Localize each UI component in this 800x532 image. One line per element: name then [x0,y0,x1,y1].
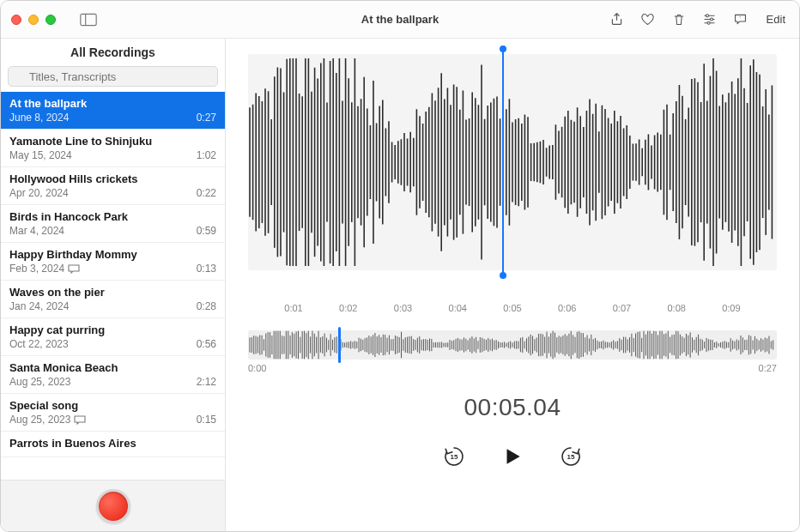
playhead-overview[interactable] [338,327,341,363]
recording-item[interactable]: Hollywood Hills cricketsApr 20, 20240:22 [1,167,225,205]
timeline-tick: 0:06 [558,303,576,313]
recording-duration: 0:59 [197,225,216,237]
skip-back-button[interactable]: 15 [441,444,467,469]
titlebar: At the ballpark " Edit [1,1,799,39]
recording-meta: Aug 25, 20230:15 [9,414,216,426]
recording-item[interactable]: Happy cat purringOct 22, 20230:56 [1,318,225,356]
svg-text:": " [740,15,742,21]
recording-title: At the ballpark [9,97,216,110]
minimize-window-button[interactable] [28,15,39,25]
recording-date: Aug 25, 2023 [9,414,86,426]
sidebar: All Recordings At the ballparkJune 8, 20… [1,39,226,531]
recording-item[interactable]: Happy Birthday MommyFeb 3, 20240:13 [1,243,225,281]
close-window-button[interactable] [11,15,21,25]
overview-end-label: 0:27 [759,363,777,373]
svg-point-5 [711,18,713,21]
timecode-display: 00:05.04 [226,394,799,421]
play-icon [501,445,524,468]
recording-date: Aug 25, 2023 [9,376,70,388]
recording-duration: 0:13 [197,263,216,275]
playhead-large[interactable] [502,49,504,275]
sliders-icon [702,12,717,27]
skip-back-seconds: 15 [441,453,467,461]
waveform-overview-container [248,330,777,360]
recordings-list: At the ballparkJune 8, 20240:27Yamanote … [1,92,225,480]
recording-duration: 0:15 [197,414,216,426]
recording-duration: 0:28 [197,300,216,312]
recording-date: June 8, 2024 [9,112,69,124]
record-button[interactable] [96,489,130,523]
recording-item[interactable]: Waves on the pierJan 24, 20240:28 [1,281,225,318]
recording-duration: 0:27 [197,112,216,124]
heart-icon [640,12,655,27]
transcript-button[interactable]: " [732,11,749,28]
sidebar-icon [80,13,97,27]
recording-title: Special song [9,399,216,412]
fullscreen-window-button[interactable] [45,15,56,25]
recording-date: Apr 20, 2024 [9,187,69,199]
recording-title: Happy Birthday Mommy [9,248,216,261]
recording-duration: 1:02 [197,149,216,161]
record-bar [1,480,225,531]
recording-date: Mar 4, 2024 [9,225,64,237]
timeline-tick: 0:03 [394,303,412,313]
recording-meta: Oct 22, 20230:56 [9,338,216,350]
recording-duration: 2:12 [197,376,216,388]
recording-title: Birds in Hancock Park [9,210,216,223]
transcript-badge-icon [74,415,86,426]
waveform-large[interactable] [248,54,777,270]
recording-item[interactable]: Special songAug 25, 20230:15 [1,394,225,432]
recording-item[interactable]: Birds in Hancock ParkMar 4, 20240:59 [1,205,225,243]
editor-panel: 0:010:020:030:040:050:060:070:080:09 0:0… [226,39,799,531]
timeline-tick: 0:02 [339,303,357,313]
delete-button[interactable] [670,11,688,28]
settings-button[interactable] [701,11,718,28]
toolbar: " Edit [609,11,789,28]
timeline-overview: 0:00 0:27 [248,363,777,373]
share-button[interactable] [609,11,626,28]
timeline-tick: 0:04 [449,303,467,313]
svg-point-7 [707,21,710,24]
search-wrap [1,66,225,92]
body: All Recordings At the ballparkJune 8, 20… [1,39,799,531]
recording-meta: June 8, 20240:27 [9,112,216,124]
recording-item[interactable]: Santa Monica BeachAug 25, 20232:12 [1,356,225,394]
timeline-tick: 0:07 [613,303,631,313]
recording-title: Waves on the pier [9,286,216,299]
recording-title: Yamanote Line to Shinjuku [9,135,216,148]
timeline-large: 0:010:020:030:040:050:060:070:080:09 [248,303,777,313]
playback-controls: 15 15 [226,442,799,471]
recording-duration: 0:56 [197,338,216,350]
timeline-tick: 0:01 [284,303,302,313]
waveform-overview[interactable] [248,330,777,360]
recording-title: Hollywood Hills crickets [9,172,216,185]
recording-meta: Feb 3, 20240:13 [9,263,216,275]
window-controls [11,15,71,25]
share-icon [609,12,624,27]
recording-date: Feb 3, 2024 [9,263,80,275]
edit-button[interactable]: Edit [763,13,789,26]
recording-meta: May 15, 20241:02 [9,149,216,161]
recording-date: Oct 22, 2023 [9,338,69,350]
recording-item[interactable]: Yamanote Line to ShinjukuMay 15, 20241:0… [1,130,225,167]
play-button[interactable] [498,442,527,471]
skip-forward-seconds: 15 [558,453,584,461]
sidebar-toggle-button[interactable] [78,11,99,28]
favorite-button[interactable] [639,11,657,28]
app-window: At the ballpark " Edit [0,0,800,532]
timeline-tick: 0:09 [722,303,740,313]
recording-title: Happy cat purring [9,323,216,336]
timeline-tick: 0:08 [667,303,685,313]
recording-duration: 0:22 [197,187,216,199]
waveform-large-container [226,39,799,298]
skip-forward-button[interactable]: 15 [558,444,584,469]
recording-meta: Mar 4, 20240:59 [9,225,216,237]
speech-bubble-icon: " [733,12,748,27]
timeline-tick: 0:05 [503,303,521,313]
svg-point-3 [706,15,709,17]
recording-item[interactable]: At the ballparkJune 8, 20240:27 [1,92,225,130]
recording-meta: Jan 24, 20240:28 [9,300,216,312]
search-input[interactable] [8,66,218,87]
recording-item[interactable]: Parrots in Buenos Aires [1,432,225,457]
recording-title: Parrots in Buenos Aires [9,437,216,450]
